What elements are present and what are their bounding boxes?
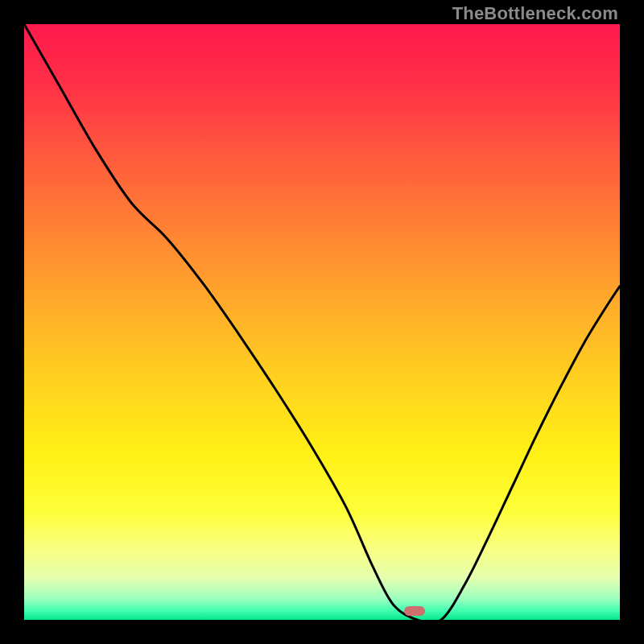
- plot-area: [24, 24, 620, 620]
- optimal-marker: [404, 606, 425, 616]
- watermark-text: TheBottleneck.com: [452, 3, 618, 24]
- chart-frame: TheBottleneck.com: [0, 0, 644, 644]
- bottleneck-curve: [24, 24, 620, 620]
